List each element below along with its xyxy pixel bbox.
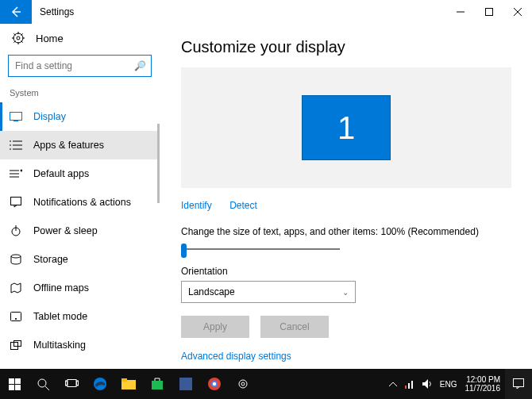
svg-rect-57 [408,383,410,389]
svg-point-29 [11,255,21,258]
chrome-icon[interactable] [200,369,229,399]
minimize-button[interactable] [446,0,475,24]
sidebar-item-storage[interactable]: Storage [0,245,160,274]
scrollbar[interactable] [157,124,160,203]
network-icon[interactable] [402,369,419,399]
svg-rect-49 [152,381,163,389]
search-icon: 🔍 [134,60,146,71]
task-view-button[interactable] [57,369,86,399]
sidebar-item-label: Apps & features [33,140,104,151]
search-input[interactable]: 🔍 [8,55,152,77]
back-button[interactable] [0,0,32,24]
map-icon [10,282,22,294]
scale-slider[interactable] [181,244,340,255]
power-icon [10,224,22,237]
slider-thumb[interactable] [181,244,187,258]
time-text: 12:00 PM [465,375,501,384]
svg-rect-26 [11,198,21,205]
main-panel: Customize your display 1 Identify Detect… [160,24,532,369]
orientation-label: Orientation [181,266,511,277]
svg-point-53 [213,382,216,386]
home-nav[interactable]: Home [0,24,160,52]
sidebar-item-label: Storage [33,254,68,265]
store-icon[interactable] [143,369,172,399]
advanced-display-link[interactable]: Advanced display settings [181,351,511,362]
language-indicator[interactable]: ENG [437,380,461,389]
defaults-icon [10,167,22,180]
svg-point-5 [17,36,20,40]
display-icon [10,110,22,123]
settings-taskbar-icon[interactable] [229,369,257,399]
app-icon-1[interactable] [172,369,200,399]
multitask-icon [10,339,22,351]
sidebar-item-display[interactable]: Display [0,102,160,131]
svg-rect-56 [405,386,407,389]
svg-rect-14 [10,113,22,121]
svg-rect-1 [486,9,493,16]
monitor-tile[interactable]: 1 [302,95,391,160]
svg-rect-43 [67,379,76,386]
sidebar-item-label: Default apps [33,168,89,179]
maximize-button[interactable] [475,0,503,24]
orientation-value: Landscape [188,286,235,297]
svg-point-31 [15,318,16,319]
svg-rect-38 [15,378,21,384]
file-explorer-icon[interactable] [114,369,143,399]
sidebar-item-apps-features[interactable]: Apps & features [0,131,160,159]
start-button[interactable] [0,369,29,399]
sidebar-item-label: Offline maps [33,282,89,293]
cancel-button[interactable]: Cancel [260,316,329,338]
apply-button[interactable]: Apply [181,316,249,338]
sidebar-item-label: Power & sleep [33,225,98,236]
section-header: System [0,83,160,102]
date-text: 11/7/2016 [465,384,501,393]
sidebar-item-default-apps[interactable]: Default apps [0,159,160,188]
svg-rect-58 [411,381,413,389]
window-title: Settings [40,6,74,17]
sidebar-item-label: Notifications & actions [33,197,131,208]
tray-chevron-up-icon[interactable] [384,369,402,399]
close-button[interactable] [503,0,532,24]
orientation-select[interactable]: Landscape ⌄ [181,281,356,303]
home-label: Home [36,33,64,44]
page-title: Customize your display [181,38,511,56]
sidebar-item-notifications[interactable]: Notifications & actions [0,188,160,217]
sidebar-item-multitasking[interactable]: Multitasking [0,331,160,359]
display-preview[interactable]: 1 [181,67,511,188]
sidebar-item-offline-maps[interactable]: Offline maps [0,274,160,302]
edge-icon[interactable] [86,369,114,399]
sidebar-item-label: Multitasking [33,340,86,351]
svg-rect-44 [65,381,67,386]
svg-point-54 [239,380,247,388]
svg-point-41 [38,379,46,387]
taskbar: ENG 12:00 PM 11/7/2016 [0,369,532,399]
svg-point-25 [21,170,22,171]
tablet-icon [10,310,22,323]
svg-rect-37 [9,378,14,384]
svg-rect-59 [514,379,524,387]
search-field[interactable] [15,60,134,71]
svg-line-42 [45,386,49,390]
detect-link[interactable]: Detect [229,200,257,211]
monitor-number: 1 [337,110,355,146]
search-button[interactable] [29,369,57,399]
volume-icon[interactable] [419,369,437,399]
notification-icon [10,196,22,209]
svg-rect-50 [179,378,192,390]
slider-track [181,248,340,250]
action-center-icon[interactable] [505,369,532,399]
svg-rect-40 [15,385,21,390]
sidebar: Home 🔍 System Display Apps & features De… [0,24,160,369]
sidebar-item-power-sleep[interactable]: Power & sleep [0,217,160,245]
sidebar-item-label: Tablet mode [33,311,87,322]
sidebar-item-tablet-mode[interactable]: Tablet mode [0,302,160,331]
svg-point-55 [241,382,245,386]
gear-icon [12,32,25,44]
sidebar-item-label: Display [33,111,66,122]
svg-rect-48 [121,378,127,382]
storage-icon [10,253,22,266]
list-icon [10,139,22,152]
chevron-down-icon: ⌄ [342,288,349,297]
clock[interactable]: 12:00 PM 11/7/2016 [461,375,506,393]
identify-link[interactable]: Identify [181,200,212,211]
